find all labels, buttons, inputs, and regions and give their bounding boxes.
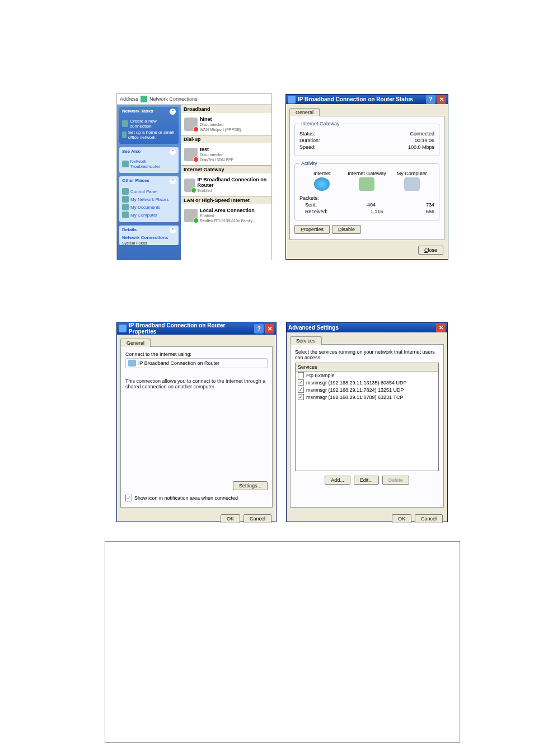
tab-strip: General <box>117 335 276 346</box>
activity-group: Activity Internet Internet Gateway My Co… <box>294 161 439 220</box>
disable-button[interactable]: Disable <box>332 225 361 234</box>
cancel-button[interactable]: Cancel <box>243 514 271 523</box>
service-label: msnmsgr (192.168.29.11:7824) 13251 UDP <box>306 387 404 393</box>
add-button[interactable]: Add... <box>325 476 350 485</box>
cancel-button[interactable]: Cancel <box>415 514 443 523</box>
services-listbox[interactable]: Services Ftp Example ✓msnmsgr (192.168.2… <box>295 363 439 471</box>
close-dialog-button[interactable]: Close <box>418 246 443 255</box>
settings-button[interactable]: Settings... <box>233 481 268 490</box>
service-row[interactable]: ✓msnmsgr (192.168.29.11:7824) 13251 UDP <box>296 386 438 393</box>
connections-list: Broadband hinet Disconnected WAN Minipor… <box>181 105 271 260</box>
details-name: Network Connections <box>119 235 179 241</box>
checkbox-icon[interactable]: ✓ <box>125 495 132 501</box>
chevron-up-icon[interactable]: ˄ <box>170 149 176 155</box>
connection-status: Disconnected <box>200 153 223 157</box>
panel-items: Control Panel My Network Places My Docum… <box>119 186 179 222</box>
link-my-documents[interactable]: My Documents <box>122 204 176 210</box>
value: 100.0 Mbps <box>408 144 434 150</box>
service-row[interactable]: Ftp Example <box>296 372 438 379</box>
connect-using-label: Connect to the Internet using: <box>125 351 268 357</box>
connection-status: Enabled <box>198 189 212 192</box>
sent-computer: 734 <box>426 202 434 208</box>
task-create-connection[interactable]: Create a new connection <box>122 119 176 129</box>
help-button[interactable]: ? <box>254 324 264 334</box>
row-speed: Speed:100.0 Mbps <box>299 144 434 150</box>
row-duration: Duration:00:19:06 <box>299 138 434 143</box>
connection-device: DrayTek ISDN PPP <box>200 158 233 162</box>
edit-button[interactable]: Edit... <box>354 476 379 485</box>
help-button[interactable]: ? <box>426 95 435 104</box>
connection-test[interactable]: test Disconnected DrayTek ISDN PPP <box>181 144 271 165</box>
panel-title: Details <box>122 227 137 233</box>
app-icon <box>119 325 127 332</box>
label: Sent: <box>299 202 317 208</box>
service-label: Ftp Example <box>306 373 335 378</box>
titlebar: Advanced Settings ✕ <box>287 323 447 332</box>
dialog-body: General Connect to the Internet using: I… <box>117 335 276 511</box>
row-received: Received: 1,115 666 <box>299 209 434 214</box>
link-control-panel[interactable]: Control Panel <box>122 188 176 195</box>
col-internet: Internet <box>299 171 344 192</box>
recv-gateway: 1,115 <box>327 209 426 214</box>
item-label: Control Panel <box>130 189 157 194</box>
panel-header[interactable]: See Also ˄ <box>119 147 179 157</box>
close-button[interactable]: ✕ <box>436 323 446 332</box>
ok-button[interactable]: OK <box>392 514 411 523</box>
link-troubleshooter[interactable]: Network Troubleshooter <box>122 159 176 169</box>
value: 00:19:06 <box>415 138 434 143</box>
task-setup-network[interactable]: Set up a home or small office network <box>122 130 176 140</box>
panel-header[interactable]: Other Places ˄ <box>119 176 179 186</box>
label: Speed: <box>299 144 316 150</box>
address-bar: Address Network Connections <box>117 94 271 105</box>
connection-status: Enabled <box>200 214 214 218</box>
documents-icon <box>122 204 129 210</box>
service-row[interactable]: ✓msnmsgr (192.168.29.11:8789) 63231 TCP <box>296 393 438 401</box>
dialog-footer: OK Cancel <box>117 511 276 528</box>
checkbox-icon[interactable]: ✓ <box>298 387 304 393</box>
connection-text: Local Area Connection Enabled Realtek RT… <box>200 208 257 223</box>
see-also-panel: See Also ˄ Network Troubleshooter <box>119 147 179 173</box>
description-text: This connection allows you to connect to… <box>125 378 268 389</box>
panel-title: Network Tasks <box>122 109 153 115</box>
connection-text: test Disconnected DrayTek ISDN PPP <box>200 147 233 162</box>
connection-icon <box>184 148 198 161</box>
connection-device: Realtek RTL8139/810x Family ... <box>200 219 257 223</box>
tab-general[interactable]: General <box>120 339 151 347</box>
connection-lan[interactable]: Local Area Connection Enabled Realtek RT… <box>181 205 271 226</box>
col-label: Internet <box>313 171 331 176</box>
link-my-computer[interactable]: My Computer <box>122 212 176 218</box>
ok-button[interactable]: OK <box>221 514 240 523</box>
service-row[interactable]: ✓msnmsgr (192.168.29.11:13135) 60854 UDP <box>296 379 438 386</box>
chevron-up-icon[interactable]: ˄ <box>170 178 176 184</box>
checkbox-icon[interactable]: ✓ <box>298 379 304 386</box>
connection-name: hinet <box>200 116 212 122</box>
connection-name: IP Broadband Connection on Router <box>198 177 267 188</box>
chevron-up-icon[interactable]: ˄ <box>170 109 176 115</box>
window-title: IP Broadband Connection on Router Proper… <box>129 322 254 335</box>
properties-button[interactable]: Properties <box>294 225 330 234</box>
connection-icon <box>184 209 198 222</box>
panel-title: Other Places <box>122 178 149 184</box>
item-label: Set up a home or small office network <box>128 130 176 140</box>
globe-icon <box>314 177 330 191</box>
network-places-icon <box>122 196 129 203</box>
checkbox-icon[interactable]: ✓ <box>298 394 304 400</box>
col-computer: My Computer <box>390 171 434 192</box>
panel-header[interactable]: Details ˄ <box>119 226 179 235</box>
connection-status: Disconnected <box>200 123 223 126</box>
close-button[interactable]: ✕ <box>437 95 446 104</box>
properties-dialog: IP Broadband Connection on Router Proper… <box>116 322 277 522</box>
link-network-places[interactable]: My Network Places <box>122 196 176 203</box>
tab-general[interactable]: General <box>289 108 320 116</box>
chevron-up-icon[interactable]: ˄ <box>170 227 176 233</box>
show-icon-checkbox-row[interactable]: ✓ Show icon in notification area when co… <box>125 495 238 501</box>
close-button[interactable]: ✕ <box>265 324 274 334</box>
connection-hinet[interactable]: hinet Disconnected WAN Miniport (PPPOE) <box>181 114 271 135</box>
tab-services[interactable]: Services <box>290 336 322 345</box>
connection-gateway[interactable]: IP Broadband Connection on Router Enable… <box>181 174 271 196</box>
connection-icon <box>184 118 198 131</box>
activity-icons: Internet Internet Gateway My Computer <box>299 171 434 192</box>
checkbox-icon[interactable] <box>298 372 304 378</box>
recv-computer: 666 <box>426 209 434 214</box>
panel-header[interactable]: Network Tasks ˄ <box>119 107 179 116</box>
